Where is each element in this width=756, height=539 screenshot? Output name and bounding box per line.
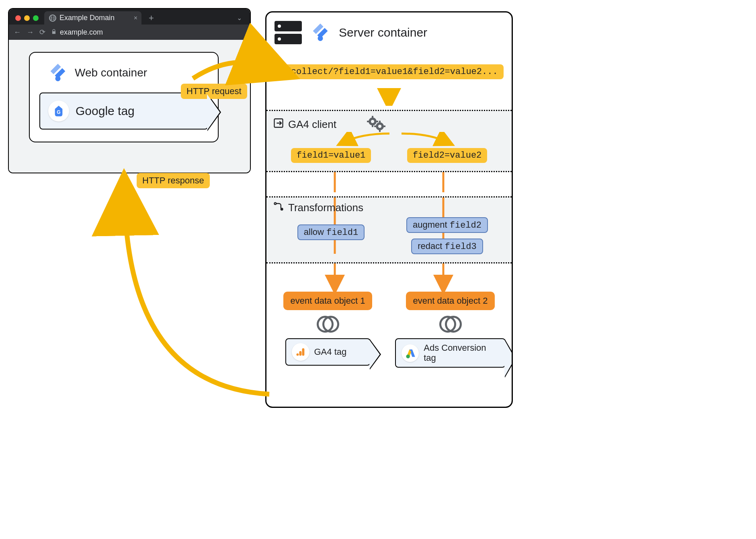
http-response-label: HTTP response xyxy=(137,173,210,188)
svg-rect-26 xyxy=(302,348,304,356)
browser-chrome: Example Domain × + ⌄ ← → ⟳ example.com xyxy=(9,9,250,40)
ads-tag-label: Ads Conversion tag xyxy=(424,343,499,362)
new-tab-icon: + xyxy=(145,13,158,23)
svg-point-3 xyxy=(318,36,323,41)
lock-icon xyxy=(51,28,57,37)
transform-redact-chip: redact field3 xyxy=(411,239,483,254)
svg-text:G: G xyxy=(57,109,60,115)
route-icon xyxy=(273,201,284,215)
ga4-client-section: GA4 client xyxy=(266,110,512,172)
server-container-panel: Server container g/collect/?field1=value… xyxy=(265,11,513,408)
server-container-title: Server container xyxy=(339,26,427,39)
svg-rect-27 xyxy=(299,351,301,356)
svg-point-28 xyxy=(296,354,299,356)
transform-augment-chip: augment field2 xyxy=(406,217,488,233)
minimize-window-icon xyxy=(24,15,30,21)
svg-point-22 xyxy=(275,203,277,205)
svg-point-1 xyxy=(55,76,61,81)
address-bar: example.com xyxy=(51,28,103,37)
ga4-tag-chip: GA4 tag xyxy=(285,338,371,366)
window-controls xyxy=(13,14,41,23)
link-icon xyxy=(317,316,339,333)
gtag-icon: G xyxy=(48,101,69,121)
link-icon xyxy=(439,316,462,333)
svg-point-29 xyxy=(406,354,410,358)
web-container-title: Web container xyxy=(75,66,147,79)
forward-icon: → xyxy=(27,28,34,37)
gears-icon xyxy=(365,114,389,134)
address-text: example.com xyxy=(60,28,103,37)
transform-allow-chip: allow field1 xyxy=(297,224,365,240)
maximize-window-icon xyxy=(33,15,39,21)
close-window-icon xyxy=(15,15,21,21)
ga4-icon xyxy=(292,343,309,361)
ga4-tag-label: GA4 tag xyxy=(314,347,347,357)
back-icon: ← xyxy=(14,28,21,37)
google-tag-label: Google tag xyxy=(76,104,135,118)
gtm-logo-icon xyxy=(310,21,331,44)
gtm-logo-icon xyxy=(47,61,68,84)
close-tab-icon: × xyxy=(134,14,137,22)
tabs-dropdown-icon: ⌄ xyxy=(237,14,246,22)
browser-tab: Example Domain × xyxy=(44,11,141,25)
ga4-client-title: GA4 client xyxy=(288,118,336,131)
svg-point-9 xyxy=(378,125,381,128)
svg-point-23 xyxy=(281,208,283,210)
event-data-object-2: event data object 2 xyxy=(406,292,495,310)
transformations-section: Transformations allow field1 augment fie… xyxy=(266,196,512,263)
tab-title: Example Domain xyxy=(59,14,115,22)
globe-icon xyxy=(49,14,56,22)
server-icon xyxy=(275,21,302,44)
event-data-object-1: event data object 1 xyxy=(283,292,373,310)
field2-chip: field2=value2 xyxy=(407,148,488,163)
google-ads-icon xyxy=(402,344,419,362)
collect-url-label: g/collect/?field1=value1&field2=value2..… xyxy=(275,64,503,79)
transformations-title: Transformations xyxy=(288,202,363,214)
svg-point-8 xyxy=(371,120,374,123)
reload-icon: ⟳ xyxy=(39,28,45,37)
ads-conversion-tag-chip: Ads Conversion tag xyxy=(395,338,506,367)
field1-chip: field1=value1 xyxy=(291,148,371,163)
input-arrow-icon xyxy=(273,117,284,132)
